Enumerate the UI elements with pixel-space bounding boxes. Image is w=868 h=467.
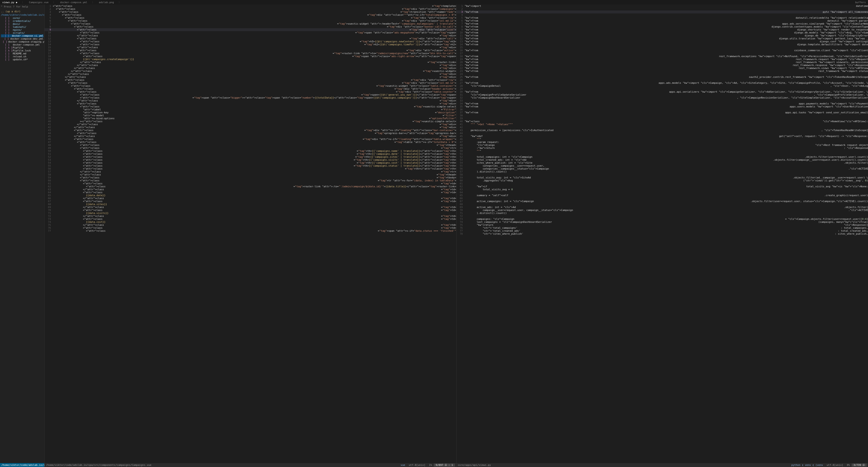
code-line[interactable]: 37 "attr">option-key="description" — [44, 111, 456, 114]
code-line[interactable]: 47 <"attr">class="tag">table "attr">v-if… — [44, 141, 456, 144]
code-line[interactable]: 28 <"attr">class="tag">vuestic-widget "a… — [44, 84, 456, 87]
code-line[interactable]: 18"kw">from rest_framework.exceptions "k… — [457, 55, 868, 58]
code-line[interactable]: 76 <"attr">class="tag">td> — [44, 227, 456, 229]
code-line[interactable]: 6"kw">from dateutil "kw">import parser — [457, 19, 868, 22]
code-line[interactable]: 22"kw">from rest_framework.views "kw">im… — [457, 67, 868, 70]
code-line[interactable]: 31 <"attr">class="tag">span>{{$t('genera… — [44, 93, 456, 96]
code-line[interactable]: 74 {{data.cost}} — [44, 221, 456, 224]
code-line[interactable]: 41 </"attr">class="tag">div> — [44, 123, 456, 126]
code-line[interactable]: 26 <"attr">class="tag">div "attr">class=… — [44, 79, 456, 82]
editor-left[interactable]: 1<"attr">class="tag">template>2 <"attr">… — [44, 4, 456, 467]
code-line[interactable]: 19 {{$t('campaigns.createCampaign')}} — [44, 58, 456, 61]
code-line[interactable]: 66 — [457, 197, 868, 200]
code-line[interactable]: 14 <"attr">class="tag">h2>{{$t('campaign… — [44, 43, 456, 46]
editor-right[interactable]: 1"kw">import datetime23"kw">from pytz "k… — [456, 4, 868, 467]
code-line[interactable]: 76 "str">'total_campaigns': total_campai… — [457, 227, 868, 229]
code-line[interactable]: 62 "kw">if total_visits_avg "kw">is "kw"… — [457, 185, 868, 188]
code-line[interactable]: 15 </"attr">class="tag">div> — [44, 46, 456, 49]
code-line[interactable]: 8 <"attr">class="tag">div "attr">class="… — [44, 25, 456, 28]
code-line[interactable]: 14"kw">from django.template.defaultfilte… — [457, 43, 868, 46]
code-line[interactable]: 23"kw">from rest_framework "kw">import s… — [457, 70, 868, 72]
code-line[interactable]: 35 <"attr">class="tag">vuestic-simple-se… — [44, 105, 456, 108]
code-line[interactable]: 42 </"attr">class="tag">div> — [44, 126, 456, 129]
code-line[interactable]: 5 <"attr">class="tag">div "attr">class="… — [44, 17, 456, 19]
code-line[interactable]: 5"kw">from dateutil.relativedelta "kw">i… — [457, 17, 868, 19]
code-line[interactable]: 4 <"attr">class="tag">div "attr">class="… — [44, 13, 456, 17]
code-line[interactable]: 55 <"attr">class="tag">th>{{'campaigns.s… — [44, 164, 456, 167]
code-line[interactable]: 37"kw">from apps.api.tasks "kw">import s… — [457, 111, 868, 114]
code-line[interactable]: 22 </"attr">class="tag">div> — [44, 67, 456, 70]
code-line[interactable]: 10"kw">from django.db.models "kw">import… — [457, 31, 868, 34]
tree-item[interactable]: [ λ ]Pipfile.lock — [1, 49, 43, 52]
code-line[interactable]: 69 </"attr">class="tag">td> — [44, 206, 456, 209]
code-line[interactable]: 64 — [457, 191, 868, 194]
code-line[interactable]: 1"kw">import datetime — [457, 4, 868, 7]
code-line[interactable]: 70 campaign__user=request.user, campaign… — [457, 209, 868, 212]
code-line[interactable]: 43 <"attr">class="tag">div "attr">v-if="… — [44, 129, 456, 132]
file-tree[interactable]: " Press ? for help .. (up a dir) /home/v… — [0, 4, 44, 463]
code-line[interactable]: 60 <"attr">class="tag">tr "attr">v-for="… — [44, 179, 456, 182]
code-line[interactable]: 17 — [457, 52, 868, 55]
code-line[interactable]: 29 — [457, 87, 868, 90]
code-line[interactable]: 51 — [457, 152, 868, 155]
tree-item[interactable]: [ λ ]Pipfile — [1, 46, 43, 49]
code-line[interactable]: 63 </"attr">class="tag">td> — [44, 188, 456, 191]
code-line[interactable]: 41 """ ">Get ">Home ">Values""" — [457, 123, 868, 126]
code-line[interactable]: 27 <"attr">class="tag">div "attr">class=… — [44, 82, 456, 84]
code-line[interactable]: 26 — [457, 79, 868, 82]
tree-updir[interactable]: .. (up a dir) — [1, 10, 43, 13]
code-line[interactable]: 34 <"attr">class="tag">div> — [44, 102, 456, 105]
code-line[interactable]: 19"kw">from rest_framework.request "kw">… — [457, 58, 868, 61]
code-line[interactable]: 58 </"attr">class="tag">thead> — [44, 173, 456, 176]
code-line[interactable]: 17 <"attr">class="tag">router-link "attr… — [44, 52, 456, 55]
code-line[interactable]: 39 — [457, 117, 868, 120]
tree-item[interactable]: [ ]README.md — [1, 52, 43, 55]
code-line[interactable]: 10 <"attr">class="tag">span "attr">class… — [44, 31, 456, 34]
tree-item[interactable]: [ ]update.sh* — [1, 58, 43, 61]
tab-png[interactable]: adslab.png — [97, 0, 116, 4]
code-line[interactable]: 56 <"attr">class="tag">th></"attr">class… — [44, 167, 456, 170]
tree-item[interactable]: [ ]docker-compose-staging.yml — [1, 40, 43, 43]
code-line[interactable]: 12 <"attr">class="tag">div "attr">class=… — [44, 37, 456, 40]
code-line[interactable]: 27"kw">from apps.ads.models "kw">import … — [457, 82, 868, 84]
code-line[interactable]: 62 <"attr">class="tag">router-link "attr… — [44, 185, 456, 188]
code-line[interactable]: 72 — [457, 214, 868, 217]
code-line[interactable]: 24 </"attr">class="tag">div> — [44, 72, 456, 76]
code-line[interactable]: 59 total_visits_avg: int = "cls">SiteAd.… — [457, 176, 868, 179]
tree-item[interactable]: ○[ ]docker-compose-ci.yml — [1, 34, 43, 37]
code-line[interactable]: 32 <"attr">class="tag">span "attr">class… — [44, 96, 456, 99]
code-line[interactable]: 69 active_ads: int = "cls">Ad.objects.fi… — [457, 206, 868, 209]
code-line[interactable]: 66 </"attr">class="tag">td> — [44, 197, 456, 200]
code-line[interactable]: 64 <"attr">class="tag">td> — [44, 191, 456, 194]
code-line[interactable]: 55 categories__campaigns__user=request.u… — [457, 164, 868, 167]
code-line[interactable]: 56 categories__campaigns__status="cls">C… — [457, 167, 868, 170]
tree-item[interactable]: [ ]credentials/ — [1, 20, 43, 23]
code-line[interactable]: 45 "kw">def get("self">self, request: "c… — [457, 135, 868, 138]
code-line[interactable]: 43 permission_classes = [permissions."cl… — [457, 129, 868, 132]
code-line[interactable]: 50 """ — [457, 149, 868, 152]
code-line[interactable]: 78 "str">'sites_where_publish': sites_wh… — [457, 232, 868, 235]
code-line[interactable]: 20"kw">from rest_framework "kw">import v… — [457, 61, 868, 64]
code-line[interactable]: 36 — [457, 108, 868, 111]
code-line[interactable]: 67 active_campaigns: int = "cls">Campaig… — [457, 200, 868, 203]
code-line[interactable]: 73 campaigns: "cls">Campaign = "cls">Cam… — [457, 217, 868, 221]
code-line[interactable]: 71 ).distinct().count() — [457, 212, 868, 214]
code-line[interactable]: 16"kw">from coinbase_commerce.client "kw… — [457, 49, 868, 52]
code-line[interactable]: 16 <"attr">class="tag">div "attr">class=… — [44, 49, 456, 52]
tab-campaigns[interactable]: Campaigns.vue — [27, 0, 51, 4]
code-line[interactable]: 51 <"attr">class="tag">th>{{'campaigns.d… — [44, 152, 456, 155]
code-line[interactable]: 1<"attr">class="tag">template> — [44, 4, 456, 7]
code-line[interactable]: 54 <"attr">class="tag">th>{{'campaigns.c… — [44, 162, 456, 164]
code-line[interactable]: 68 — [457, 203, 868, 206]
code-line[interactable]: 11"kw">from django.db "kw">import "cls">… — [457, 34, 868, 37]
code-line[interactable]: 25"kw">from oauth2_provider.contrib.rest… — [457, 76, 868, 79]
code-line[interactable]: 73 <"attr">class="tag">td> — [44, 217, 456, 221]
code-line[interactable]: 18 <"attr">class="tag">span "attr">class… — [44, 55, 456, 58]
code-line[interactable]: 32 "cls">CampaignDashboardSerializer, "c… — [457, 96, 868, 99]
code-line[interactable]: 29 <"attr">class="tag">div "attr">class=… — [44, 87, 456, 90]
code-line[interactable]: 65 summary = "self">self.create_graphic(… — [457, 194, 868, 197]
code-line[interactable]: 24 — [457, 72, 868, 76]
code-line[interactable]: 21 </"attr">class="tag">div> — [44, 64, 456, 67]
tree-item[interactable]: [ ]scripts/ — [1, 31, 43, 34]
code-line[interactable]: 53 <"attr">class="tag">th>{{'campaigns.v… — [44, 158, 456, 162]
